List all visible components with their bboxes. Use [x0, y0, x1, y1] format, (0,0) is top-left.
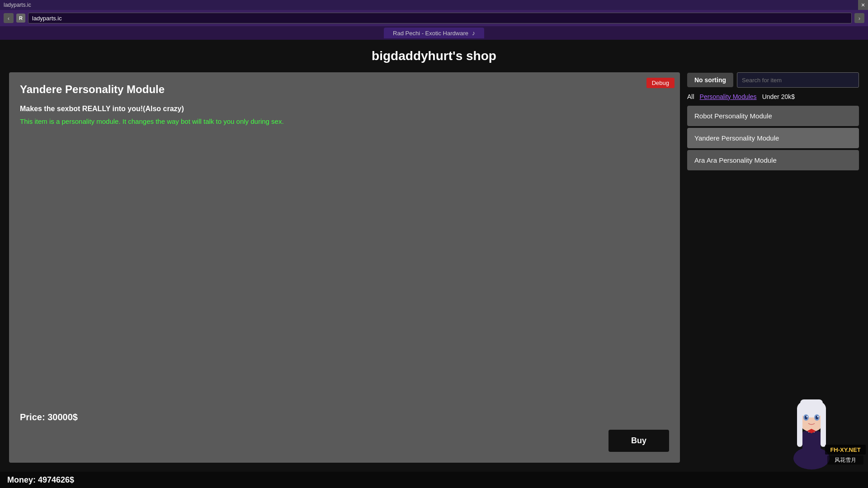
- sort-button[interactable]: No sorting: [687, 73, 733, 87]
- search-input[interactable]: [737, 72, 859, 88]
- close-button[interactable]: ×: [858, 0, 868, 10]
- forward-button[interactable]: ›: [854, 13, 864, 23]
- filter-all[interactable]: All: [687, 93, 694, 100]
- item-panel: Debug Yandere Personality Module Makes t…: [9, 72, 680, 463]
- shop-item-araara[interactable]: Ara Ara Personality Module: [687, 150, 859, 170]
- filter-personality-modules[interactable]: Personality Modules: [700, 93, 757, 100]
- main-content: bigdaddyhurt's shop Debug Yandere Person…: [0, 40, 868, 472]
- content-area: Debug Yandere Personality Module Makes t…: [9, 72, 859, 463]
- item-price: Price: 30000$: [20, 412, 669, 422]
- item-name: Yandere Personality Module: [20, 83, 669, 96]
- back-button[interactable]: ‹: [4, 13, 14, 23]
- browser-bar: ‹ R ›: [0, 10, 868, 26]
- tab-bar: Rad Pechi - Exotic Hardware ♪: [0, 26, 868, 40]
- bottom-bar: Money: 4974626$: [0, 472, 868, 488]
- item-note: This item is a personality module. It ch…: [20, 117, 669, 125]
- active-tab[interactable]: Rad Pechi - Exotic Hardware ♪: [384, 28, 484, 38]
- url-bar[interactable]: [28, 13, 852, 23]
- sort-search-row: No sorting: [687, 72, 859, 88]
- filter-under-20k[interactable]: Under 20k$: [762, 93, 795, 100]
- tab-label: Rad Pechi - Exotic Hardware: [393, 30, 468, 37]
- item-description: Makes the sexbot REALLY into you!(Also c…: [20, 105, 669, 113]
- money-display: Money: 4974626$: [7, 475, 74, 485]
- music-icon: ♪: [472, 29, 475, 37]
- shop-item-robot[interactable]: Robot Personality Module: [687, 106, 859, 126]
- debug-button[interactable]: Debug: [646, 78, 675, 88]
- buy-button[interactable]: Buy: [609, 430, 669, 452]
- window-title: ladyparts.ic: [4, 2, 31, 8]
- right-panel: No sorting All Personality Modules Under…: [687, 72, 859, 463]
- shop-title: bigdaddyhurt's shop: [372, 49, 496, 63]
- filter-row: All Personality Modules Under 20k$: [687, 93, 859, 100]
- title-bar: ladyparts.ic ×: [0, 0, 868, 10]
- r-badge: R: [16, 14, 25, 23]
- shop-item-yandere[interactable]: Yandere Personality Module: [687, 128, 859, 148]
